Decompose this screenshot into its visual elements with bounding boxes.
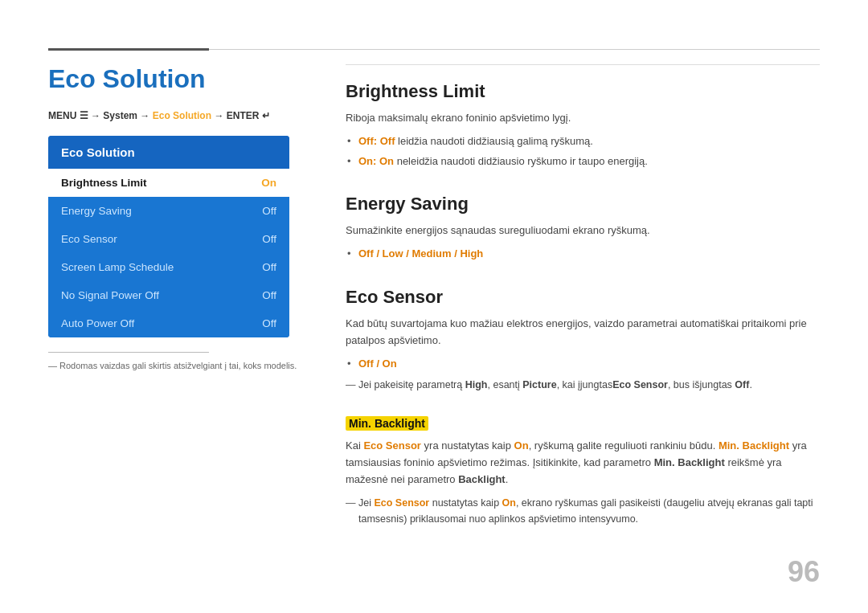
brightness-limit-label: Brightness Limit — [61, 177, 147, 189]
bullet-off-off: Off: Off — [358, 135, 395, 147]
on-ref2: On — [502, 497, 516, 509]
page-number: 96 — [788, 555, 820, 589]
min-backlight-desc: Kai Eco Sensor yra nustatytas kaip On, r… — [346, 438, 820, 488]
brightness-limit-bullets: Off: Off leidžia naudoti didžiausią gali… — [346, 133, 820, 170]
menu-item-no-signal[interactable]: No Signal Power Off Off — [48, 281, 289, 309]
screen-lamp-label: Screen Lamp Schedule — [61, 261, 174, 273]
eco-sensor-ref1: Eco Sensor — [363, 439, 421, 452]
bottom-divider — [48, 352, 209, 353]
right-top-divider — [346, 64, 820, 65]
eco-sensor-options: Off / On — [358, 358, 397, 370]
no-signal-label: No Signal Power Off — [61, 289, 159, 301]
auto-power-value: Off — [262, 317, 276, 329]
no-signal-value: Off — [262, 289, 276, 301]
footnote: — Rodomas vaizdas gali skirtis atsižvelg… — [48, 361, 305, 370]
section-brightness-limit: Brightness Limit Riboja maksimalų ekrano… — [346, 81, 820, 170]
bullet-on-on: On: On — [358, 155, 394, 167]
energy-saving-desc: Sumažinkite energijos sąnaudas sureguliu… — [346, 223, 820, 239]
brightness-limit-desc: Riboja maksimalų ekrano foninio apšvieti… — [346, 110, 820, 127]
bullet-item: Off / Low / Medium / High — [346, 246, 820, 263]
min-backlight-title: Min. Backlight — [346, 416, 428, 431]
bullet-item: Off / On — [346, 356, 820, 373]
menu-item-screen-lamp[interactable]: Screen Lamp Schedule Off — [48, 253, 289, 281]
eco-solution-link: Eco Solution — [153, 110, 211, 121]
eco-solution-menu: Eco Solution Brightness Limit On Energy … — [48, 136, 289, 337]
brightness-limit-title: Brightness Limit — [346, 81, 820, 102]
energy-saving-options: Off / Low / Medium / High — [358, 247, 483, 260]
left-panel: Eco Solution MENU ☰ → System → Eco Solut… — [48, 64, 305, 370]
section-eco-sensor: Eco Sensor Kad būtų suvartojama kuo maži… — [346, 287, 820, 393]
menu-suffix: → ENTER ↵ — [211, 110, 270, 121]
screen-lamp-value: Off — [262, 261, 276, 273]
menu-item-brightness-limit[interactable]: Brightness Limit On — [48, 169, 289, 197]
page-title: Eco Solution — [48, 64, 305, 94]
menu-path: MENU ☰ → System → Eco Solution → ENTER ↵ — [48, 110, 305, 121]
on-ref1: On — [514, 439, 529, 452]
energy-saving-title: Energy Saving — [346, 194, 820, 215]
bullet-item: On: On neleidžia naudoti didžiausio ryšk… — [346, 153, 820, 170]
menu-item-eco-sensor[interactable]: Eco Sensor Off — [48, 225, 289, 253]
thin-line — [209, 49, 820, 50]
energy-saving-bullets: Off / Low / Medium / High — [346, 246, 820, 263]
section-min-backlight: Min. Backlight Kai Eco Sensor yra nustat… — [346, 417, 820, 526]
energy-saving-label: Energy Saving — [61, 205, 132, 217]
eco-sensor-bullets: Off / On — [346, 356, 820, 373]
menu-box-header: Eco Solution — [48, 136, 289, 169]
menu-item-auto-power[interactable]: Auto Power Off Off — [48, 309, 289, 337]
auto-power-label: Auto Power Off — [61, 317, 134, 329]
brightness-limit-value: On — [261, 177, 276, 189]
right-panel: Brightness Limit Riboja maksimalų ekrano… — [346, 64, 820, 551]
eco-sensor-title: Eco Sensor — [346, 287, 820, 308]
min-backlight-ref1: Min. Backlight — [719, 439, 789, 452]
energy-saving-value: Off — [262, 205, 276, 217]
eco-sensor-dash: Jei pakeisitę parametrą High, esantį Pic… — [346, 377, 820, 393]
thick-line — [48, 48, 209, 51]
section-energy-saving: Energy Saving Sumažinkite energijos sąna… — [346, 194, 820, 263]
bullet-item: Off: Off leidžia naudoti didžiausią gali… — [346, 133, 820, 150]
eco-sensor-label: Eco Sensor — [61, 233, 117, 245]
min-backlight-dash: Jei Eco Sensor nustatytas kaip On, ekran… — [346, 495, 820, 527]
top-decoration — [0, 48, 868, 51]
menu-item-energy-saving[interactable]: Energy Saving Off — [48, 197, 289, 225]
eco-sensor-desc: Kad būtų suvartojama kuo mažiau elektros… — [346, 316, 820, 349]
menu-prefix: MENU ☰ → System → — [48, 110, 153, 121]
eco-sensor-ref2: Eco Sensor — [374, 497, 429, 509]
eco-sensor-value: Off — [262, 233, 276, 245]
